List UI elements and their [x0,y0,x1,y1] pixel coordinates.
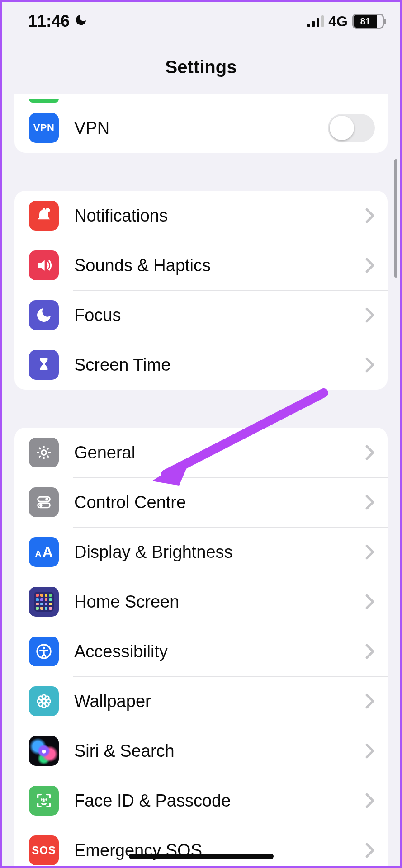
chevron-right-icon [365,843,375,858]
row-general-label: General [59,443,365,462]
svg-point-13 [39,696,43,700]
svg-point-16 [45,703,49,707]
row-siri[interactable]: Siri & Search [14,726,388,776]
row-sounds-label: Sounds & Haptics [59,256,365,275]
chevron-right-icon [365,644,375,659]
svg-point-5 [39,504,43,507]
svg-point-14 [45,696,49,700]
text-size-icon: AA [29,537,59,567]
peek-icon-fragment [29,99,59,103]
row-display[interactable]: AA Display & Brightness [14,527,388,577]
vpn-switch[interactable] [328,114,375,142]
row-home-screen-label: Home Screen [59,592,365,612]
chevron-right-icon [365,445,375,460]
row-general[interactable]: General [14,428,388,477]
page-title: Settings [2,33,400,94]
network-label: 4G [328,13,348,30]
hourglass-icon [29,350,59,380]
row-home-screen[interactable]: Home Screen [14,577,388,627]
row-sounds[interactable]: Sounds & Haptics [14,241,388,290]
row-wallpaper-label: Wallpaper [59,692,365,711]
chevron-right-icon [365,793,375,808]
row-siri-label: Siri & Search [59,741,365,761]
row-focus[interactable]: Focus [14,290,388,340]
row-screen-time[interactable]: Screen Time [14,340,388,390]
row-notifications[interactable]: Notifications [14,191,388,241]
row-vpn-label: VPN [59,118,328,138]
row-wallpaper[interactable]: Wallpaper [14,676,388,726]
row-accessibility-label: Accessibility [59,642,365,661]
chevron-right-icon [365,208,375,223]
chevron-right-icon [365,258,375,273]
speaker-icon [29,250,59,280]
svg-point-8 [42,699,46,703]
bell-icon [29,201,59,231]
chevron-right-icon [365,495,375,510]
row-notifications-label: Notifications [59,206,365,226]
settings-group-network: VPN VPN [14,94,388,153]
status-time: 11:46 [28,12,70,31]
gear-icon [29,438,59,467]
row-screen-time-label: Screen Time [59,355,365,375]
row-control-centre-label: Control Centre [59,493,365,512]
sos-icon: SOS [29,835,59,865]
battery-percent: 81 [360,16,370,27]
signal-bars-icon [307,15,324,27]
row-display-label: Display & Brightness [59,542,365,562]
settings-scroll[interactable]: VPN VPN Notifications Sounds & Haptics [2,94,400,868]
scroll-indicator[interactable] [394,159,397,278]
status-left: 11:46 [28,12,88,31]
chevron-right-icon [365,743,375,759]
svg-point-7 [43,647,45,649]
faceid-icon [29,786,59,816]
flower-icon [29,686,59,716]
home-indicator[interactable] [129,854,274,859]
row-faceid[interactable]: Face ID & Passcode [14,776,388,826]
svg-point-0 [45,208,50,212]
status-right: 4G 81 [307,13,384,30]
row-focus-label: Focus [59,306,365,325]
row-sos[interactable]: SOS Emergency SOS [14,826,388,868]
chevron-right-icon [365,594,375,609]
chevron-right-icon [365,357,375,373]
settings-group-attention: Notifications Sounds & Haptics Focus Scr… [14,191,388,390]
row-accessibility[interactable]: Accessibility [14,627,388,676]
status-bar: 11:46 4G 81 [2,2,400,33]
siri-icon [29,736,59,766]
moon-icon [29,300,59,330]
chevron-right-icon [365,544,375,560]
svg-point-15 [39,703,43,707]
accessibility-icon [29,637,59,666]
settings-group-device: General Control Centre AA Display & Brig… [14,428,388,868]
battery-icon: 81 [352,14,384,29]
vpn-icon: VPN [29,113,59,143]
chevron-right-icon [365,693,375,709]
svg-point-1 [42,450,47,455]
row-peek [14,94,388,103]
chevron-right-icon [365,307,375,323]
svg-point-3 [45,498,48,501]
row-faceid-label: Face ID & Passcode [59,791,365,811]
toggles-icon [29,487,59,517]
row-vpn[interactable]: VPN VPN [14,103,388,153]
row-control-centre[interactable]: Control Centre [14,477,388,527]
dnd-moon-icon [74,12,88,31]
app-grid-icon [29,587,59,617]
